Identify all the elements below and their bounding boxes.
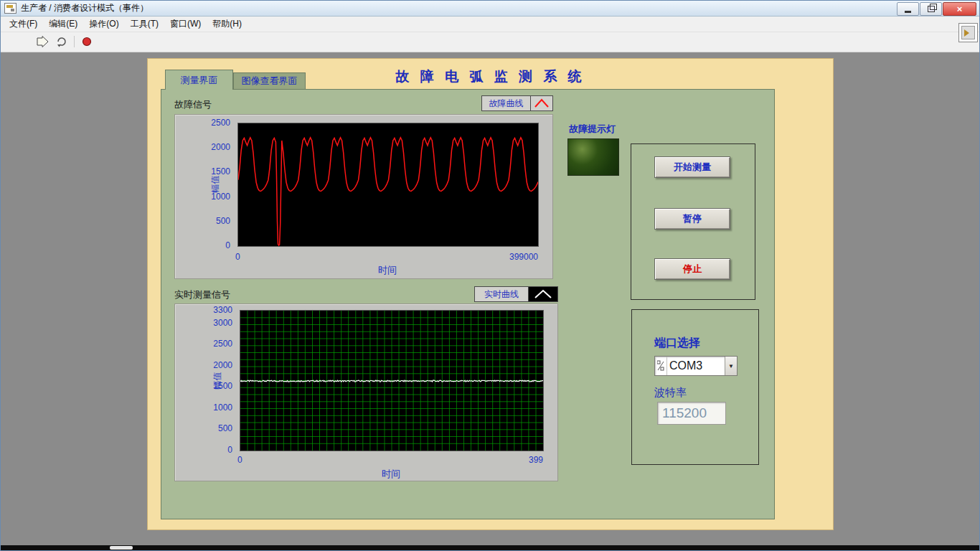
y-tick-label: 2500 xyxy=(184,118,230,128)
y-tick-label: 500 xyxy=(184,423,232,433)
y-tick-label: 3300 xyxy=(184,305,232,315)
plot-area xyxy=(240,310,544,451)
x-axis-label: 时间 xyxy=(240,468,542,481)
fault-chart-title: 故障信号 xyxy=(174,98,212,111)
restore-button[interactable] xyxy=(920,2,942,16)
baud-rate-label: 波特率 xyxy=(654,386,687,400)
control-panel: 开始测量 暂停 停止 xyxy=(631,143,755,300)
stop-button[interactable]: 停止 xyxy=(654,258,730,280)
window-controls: × xyxy=(897,2,976,16)
taskbar-fragment xyxy=(1,545,979,550)
legend-line-sample-icon xyxy=(528,287,557,301)
fault-indicator-led xyxy=(567,138,619,176)
restore-icon xyxy=(928,6,935,12)
run-icon[interactable] xyxy=(35,35,50,48)
fault-light-label: 故障提示灯 xyxy=(569,123,616,136)
app-window: 生产者 / 消费者设计模式（事件） × 文件(F) 编辑(E) 操作(O) 工具… xyxy=(0,0,980,551)
x-axis-label: 时间 xyxy=(237,264,537,277)
menu-item-help[interactable]: 帮助(H) xyxy=(207,16,248,32)
menu-item-tools[interactable]: 工具(T) xyxy=(125,16,164,32)
legend-label: 故障曲线 xyxy=(482,96,530,110)
legend-label: 实时曲线 xyxy=(475,287,528,301)
legend-line-sample-icon xyxy=(530,96,552,110)
measure-page: 故障信号 故障曲线 幅值 05001000150020002500 0 3990… xyxy=(161,89,775,519)
plot-area xyxy=(237,123,539,247)
com-port-value: COM3 xyxy=(667,357,725,375)
menu-item-window[interactable]: 窗口(W) xyxy=(164,16,207,32)
window-title: 生产者 / 消费者设计模式（事件） xyxy=(21,2,149,14)
realtime-curve-legend[interactable]: 实时曲线 xyxy=(474,286,558,302)
realtime-chart-title: 实时测量信号 xyxy=(174,288,230,301)
y-tick-label: 1000 xyxy=(184,192,230,202)
port-select-label: 端口选择 xyxy=(654,336,700,351)
abort-icon[interactable] xyxy=(80,35,94,48)
y-tick-label: 3000 xyxy=(184,318,232,328)
y-tick-label: 0 xyxy=(184,240,230,250)
menu-item-edit[interactable]: 编辑(E) xyxy=(43,16,83,32)
pause-button[interactable]: 暂停 xyxy=(654,208,730,230)
minimize-button[interactable] xyxy=(897,2,919,16)
vi-connector-icon xyxy=(958,23,978,42)
y-tick-label: 1000 xyxy=(184,402,232,413)
main-panel: 故 障 电 弧 监 测 系 统 测量界面 图像查看界面 故障信号 故障曲线 幅值… xyxy=(147,58,834,530)
menu-item-operate[interactable]: 操作(O) xyxy=(83,16,124,32)
y-axis-ticks: 0500100015002000250030003300 xyxy=(188,310,236,450)
app-icon xyxy=(4,3,17,14)
close-button[interactable]: × xyxy=(943,2,976,16)
y-axis-ticks: 05001000150020002500 xyxy=(188,123,234,245)
y-tick-label: 2500 xyxy=(184,339,232,349)
start-measure-button[interactable]: 开始测量 xyxy=(654,156,730,178)
y-tick-label: 1500 xyxy=(184,381,232,391)
io-icon xyxy=(655,357,667,375)
toolbar xyxy=(1,32,979,52)
close-icon: × xyxy=(957,4,963,14)
tab-measure[interactable]: 测量界面 xyxy=(165,70,233,90)
tab-image-view[interactable]: 图像查看界面 xyxy=(233,72,306,89)
x-tick-max: 399000 xyxy=(509,252,538,262)
x-tick-min: 0 xyxy=(235,252,240,262)
minimize-icon xyxy=(905,11,911,13)
continuous-run-icon[interactable] xyxy=(55,35,69,48)
y-tick-label: 2000 xyxy=(184,360,232,370)
menubar: 文件(F) 编辑(E) 操作(O) 工具(T) 窗口(W) 帮助(H) xyxy=(1,17,979,32)
y-tick-label: 500 xyxy=(184,216,230,226)
y-tick-label: 2000 xyxy=(184,142,230,152)
menu-item-file[interactable]: 文件(F) xyxy=(4,16,43,32)
fault-curve-legend[interactable]: 故障曲线 xyxy=(481,95,553,111)
y-tick-label: 1500 xyxy=(184,166,230,176)
front-panel: 故 障 电 弧 监 测 系 统 测量界面 图像查看界面 故障信号 故障曲线 幅值… xyxy=(1,52,979,550)
baud-rate-field[interactable]: 115200 xyxy=(657,402,726,425)
x-tick-max: 399 xyxy=(529,455,543,465)
fault-signal-chart: 幅值 05001000150020002500 0 399000 时间 xyxy=(174,114,553,279)
taskbar-item xyxy=(110,546,133,550)
realtime-signal-chart: 幅值 0500100015002000250030003300 0 399 时间 xyxy=(174,303,558,481)
y-tick-label: 0 xyxy=(184,445,232,455)
x-tick-min: 0 xyxy=(237,455,242,465)
toolbar-separator xyxy=(74,36,75,47)
com-port-combobox[interactable]: COM3 ▼ xyxy=(654,356,738,376)
dropdown-arrow-icon[interactable]: ▼ xyxy=(725,357,737,375)
port-panel: 端口选择 COM3 ▼ 波特率 115200 xyxy=(631,309,759,465)
titlebar: 生产者 / 消费者设计模式（事件） × xyxy=(1,1,979,17)
